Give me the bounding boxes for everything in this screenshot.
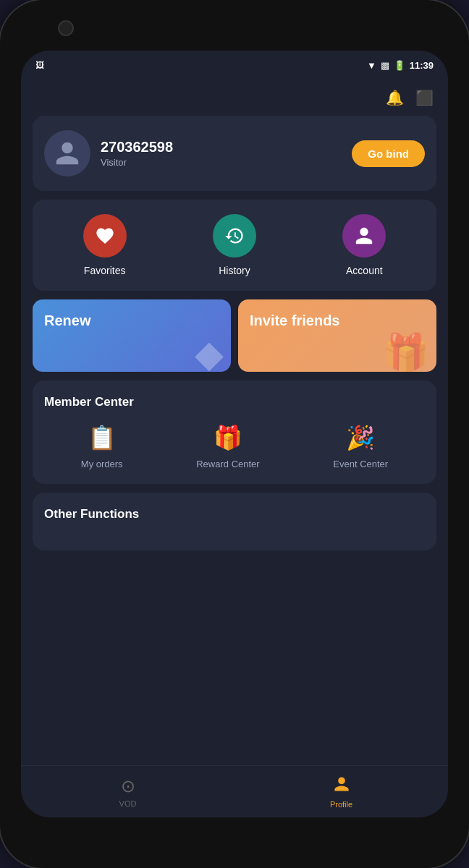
favorites-circle — [83, 214, 127, 258]
orders-icon: 📋 — [88, 424, 117, 451]
image-icon: 🖼 — [35, 60, 44, 70]
favorites-label: Favorites — [84, 265, 126, 276]
other-functions-title: Other Functions — [44, 507, 425, 522]
user-id: 270362598 — [101, 139, 173, 156]
vod-icon: ⊙ — [121, 776, 135, 796]
reward-icon: 🎁 — [214, 424, 242, 451]
profile-section: 270362598 Visitor Go bind — [33, 116, 436, 191]
orders-label: My orders — [81, 459, 123, 469]
status-left: 🖼 — [35, 60, 44, 70]
member-event[interactable]: 🎉 Event Center — [333, 424, 388, 469]
member-orders[interactable]: 📋 My orders — [81, 424, 123, 469]
user-type: Visitor — [101, 157, 173, 168]
action-account[interactable]: Account — [342, 214, 386, 276]
nav-profile[interactable]: Profile — [234, 775, 448, 809]
status-time: 11:39 — [410, 60, 434, 71]
other-functions: Other Functions — [33, 493, 436, 550]
invite-title: Invite friends — [250, 312, 339, 329]
profile-icon — [333, 775, 350, 797]
action-favorites[interactable]: Favorites — [83, 214, 127, 276]
cast-icon[interactable]: ⬛ — [415, 89, 434, 106]
history-label: History — [219, 265, 250, 276]
phone-screen: 🖼 ▼ ▩ 🔋 11:39 🔔 ⬛ — [21, 51, 448, 817]
action-history[interactable]: History — [213, 214, 256, 276]
profile-left: 270362598 Visitor — [44, 130, 173, 176]
profile-label: Profile — [330, 800, 352, 809]
clock-icon — [224, 226, 245, 246]
renew-title: Renew — [44, 312, 90, 329]
nav-vod[interactable]: ⊙ VOD — [21, 776, 234, 808]
member-reward[interactable]: 🎁 Reward Center — [196, 424, 259, 469]
invite-banner[interactable]: Invite friends 🎁 — [238, 299, 436, 372]
vod-label: VOD — [119, 799, 137, 808]
main-content: 270362598 Visitor Go bind Favorites — [21, 116, 448, 765]
bottom-nav: ⊙ VOD Profile — [21, 765, 448, 817]
profile-info: 270362598 Visitor — [101, 139, 173, 168]
heart-icon — [95, 226, 115, 246]
signal-icon: ▩ — [381, 60, 389, 71]
wifi-icon: ▼ — [367, 60, 376, 71]
quick-actions: Favorites History — [33, 200, 436, 291]
renew-banner[interactable]: Renew ◆ — [33, 299, 231, 372]
battery-icon: 🔋 — [394, 60, 405, 71]
member-center-title: Member Center — [44, 395, 425, 409]
profile-svg-icon — [333, 775, 350, 793]
member-center: Member Center 📋 My orders 🎁 Reward Cente… — [33, 380, 436, 484]
status-bar: 🖼 ▼ ▩ 🔋 11:39 — [21, 51, 448, 80]
avatar-icon — [54, 140, 81, 167]
event-label: Event Center — [333, 459, 388, 469]
top-action-bar: 🔔 ⬛ — [21, 80, 448, 116]
account-label: Account — [346, 265, 383, 276]
camera — [58, 20, 74, 36]
status-right: ▼ ▩ 🔋 11:39 — [367, 60, 434, 71]
account-icon — [354, 226, 374, 246]
avatar — [44, 130, 90, 176]
history-circle — [213, 214, 256, 258]
go-bind-button[interactable]: Go bind — [352, 140, 425, 167]
diamond-icon: ◆ — [195, 332, 224, 372]
gift-icon: 🎁 — [382, 331, 429, 372]
account-circle — [342, 214, 386, 258]
event-icon: 🎉 — [346, 424, 375, 451]
member-items: 📋 My orders 🎁 Reward Center 🎉 Event Cent… — [44, 424, 425, 469]
reward-label: Reward Center — [196, 459, 259, 469]
promo-banners: Renew ◆ Invite friends 🎁 — [33, 299, 436, 372]
phone-frame: 🖼 ▼ ▩ 🔋 11:39 🔔 ⬛ — [0, 0, 469, 868]
notification-icon[interactable]: 🔔 — [386, 89, 404, 106]
